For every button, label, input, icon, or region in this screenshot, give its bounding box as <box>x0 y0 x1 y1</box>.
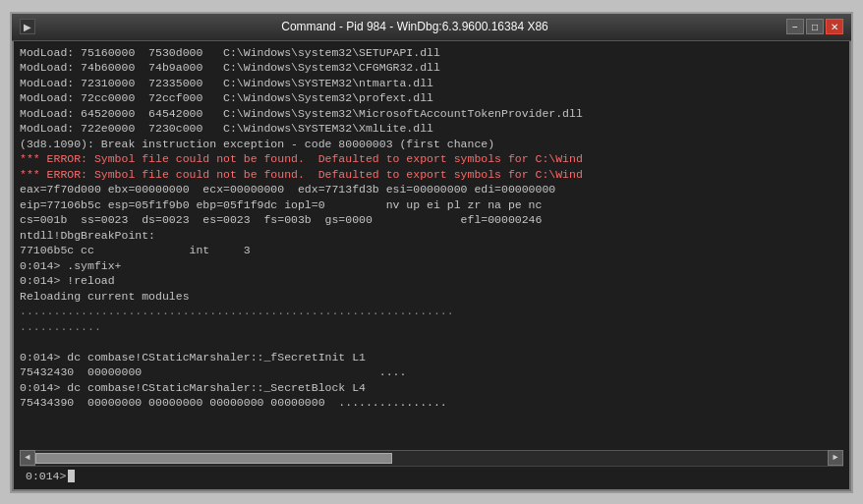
input-line: 0:014> <box>20 466 843 485</box>
command-prompt: 0:014> <box>26 470 66 482</box>
terminal-line: (3d8.1090): Break instruction exception … <box>20 137 843 152</box>
terminal-line: 0:014> dc combase!CStaticMarshaler::_Sec… <box>20 380 843 396</box>
terminal: ModLoad: 75160000 7530d000 C:\Windows\sy… <box>14 41 849 489</box>
close-button[interactable]: ✕ <box>826 19 843 34</box>
title-bar: ▶ Command - Pid 984 - WinDbg:6.3.9600.16… <box>12 14 851 41</box>
terminal-line: Reloading current modules <box>20 289 843 305</box>
terminal-output[interactable]: ModLoad: 75160000 7530d000 C:\Windows\sy… <box>20 45 843 450</box>
terminal-line: ........................................… <box>20 304 843 319</box>
main-window: ▶ Command - Pid 984 - WinDbg:6.3.9600.16… <box>10 12 853 493</box>
window-icon: ▶ <box>20 19 35 34</box>
terminal-line: cs=001b ss=0023 ds=0023 es=0023 fs=003b … <box>20 212 843 228</box>
terminal-line: ModLoad: 64520000 64542000 C:\Windows\Sy… <box>20 106 843 122</box>
window-title: Command - Pid 984 - WinDbg:6.3.9600.1638… <box>43 20 786 33</box>
terminal-line: eax=7f70d000 ebx=00000000 ecx=00000000 e… <box>20 182 843 197</box>
terminal-line: ............ <box>20 319 843 335</box>
terminal-line: *** ERROR: Symbol file could not be foun… <box>20 167 843 183</box>
maximize-button[interactable]: □ <box>806 19 824 34</box>
terminal-line: 0:014> dc combase!CStaticMarshaler::_fSe… <box>20 350 843 365</box>
scroll-right-button[interactable]: ► <box>828 450 843 466</box>
terminal-line: ModLoad: 75160000 7530d000 C:\Windows\sy… <box>20 45 843 61</box>
terminal-line: 0:014> !reload <box>20 273 843 289</box>
horizontal-scroll-thumb[interactable] <box>35 453 392 464</box>
content-area: ModLoad: 75160000 7530d000 C:\Windows\sy… <box>12 41 851 491</box>
terminal-line: ModLoad: 72310000 72335000 C:\Windows\SY… <box>20 76 843 91</box>
scroll-left-button[interactable]: ◄ <box>20 450 35 466</box>
horizontal-scroll-track[interactable] <box>35 451 828 466</box>
terminal-line: ModLoad: 722e0000 7230c000 C:\Windows\SY… <box>20 121 843 137</box>
terminal-line: ntdll!DbgBreakPoint: <box>20 228 843 244</box>
terminal-line <box>20 334 843 350</box>
terminal-line: eip=77106b5c esp=05f1f9b0 ebp=05f1f9dc i… <box>20 197 843 213</box>
window-controls: − □ ✕ <box>786 19 843 34</box>
cursor-blink <box>68 470 75 482</box>
terminal-line: 75434390 00000000 00000000 00000000 0000… <box>20 395 843 411</box>
terminal-line: 75432430 00000000 .... <box>20 364 843 380</box>
terminal-line: *** ERROR: Symbol file could not be foun… <box>20 151 843 167</box>
horizontal-scrollbar[interactable]: ◄ ► <box>20 450 843 466</box>
terminal-lines-container: ModLoad: 75160000 7530d000 C:\Windows\sy… <box>20 45 843 411</box>
terminal-line: ModLoad: 74b60000 74b9a000 C:\Windows\Sy… <box>20 60 843 76</box>
terminal-line: ModLoad: 72cc0000 72ccf000 C:\Windows\Sy… <box>20 90 843 106</box>
terminal-line: 0:014> .symfix+ <box>20 258 843 274</box>
terminal-line: 77106b5c cc int 3 <box>20 243 843 258</box>
minimize-button[interactable]: − <box>786 19 804 34</box>
